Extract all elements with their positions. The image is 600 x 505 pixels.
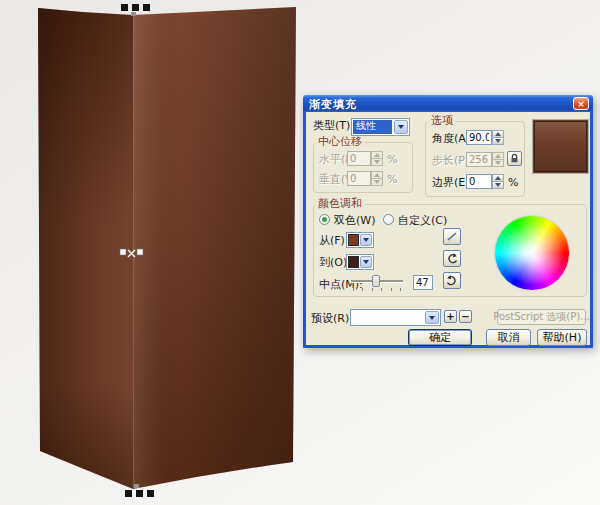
to-color-swatch (348, 256, 359, 268)
two-color-label: 双色(W) (334, 215, 375, 227)
chevron-down-icon[interactable] (360, 256, 372, 268)
chevron-down-icon[interactable] (360, 234, 372, 246)
selection-handle[interactable] (136, 490, 143, 497)
presets-dropdown[interactable] (350, 309, 441, 326)
center-offset-group-title: 中心位移 (315, 136, 365, 148)
color-blend-group-title: 颜色调和 (315, 198, 365, 210)
cancel-button[interactable]: 取消 (486, 329, 531, 346)
spinner-up-icon[interactable] (492, 152, 504, 160)
edge-unit: % (508, 177, 518, 189)
add-preset-button[interactable]: + (444, 310, 457, 323)
angle-input[interactable] (466, 130, 492, 145)
dialog-titlebar[interactable]: 渐变填充 × (303, 95, 593, 112)
presets-dropdown-value (352, 311, 423, 324)
spinner-up-icon[interactable] (371, 171, 383, 179)
spinner-down-icon[interactable] (371, 159, 383, 166)
spinner-up-icon[interactable] (492, 130, 504, 138)
selection-handle[interactable] (137, 249, 143, 255)
steps-lock-button[interactable] (507, 151, 522, 166)
lock-icon (509, 153, 520, 164)
angle-spinner[interactable] (492, 130, 504, 145)
app-canvas: 渐变填充 × 类型(T): 线性 中心位移 水平(I): % 垂直(V): % … (0, 0, 600, 505)
slider-ticks (353, 288, 401, 291)
midpoint-slider[interactable] (351, 275, 403, 291)
from-label: 从(F): (319, 235, 349, 247)
two-color-radio[interactable] (319, 214, 330, 225)
selection-handle[interactable] (121, 4, 128, 11)
clockwise-arrow-icon (445, 274, 459, 287)
edge-spinner[interactable] (492, 174, 504, 189)
direct-path-icon (445, 230, 459, 243)
gradient-preview (532, 119, 589, 174)
box-right-face-shading (133, 7, 296, 489)
selection-handle[interactable] (120, 249, 126, 255)
spinner-up-icon[interactable] (492, 174, 504, 182)
clockwise-path-button[interactable] (443, 272, 461, 289)
color-wheel[interactable] (495, 216, 569, 290)
close-icon[interactable]: × (573, 97, 589, 110)
options-group-title: 选项 (428, 115, 456, 127)
spinner-up-icon[interactable] (371, 151, 383, 159)
steps-spinner[interactable] (492, 152, 504, 167)
vertical-input[interactable] (347, 171, 371, 186)
spinner-down-icon[interactable] (492, 160, 504, 167)
steps-input[interactable] (466, 152, 492, 167)
postscript-options-button[interactable]: PostScript 选项(P)... (497, 309, 586, 325)
horizontal-spinner[interactable] (371, 151, 383, 166)
counterclockwise-path-button[interactable] (443, 250, 461, 267)
box-left-face-shading (38, 8, 133, 489)
type-dropdown-value: 线性 (353, 120, 392, 134)
type-dropdown[interactable]: 线性 (351, 118, 410, 136)
horizontal-input[interactable] (347, 151, 371, 166)
node-marker[interactable] (131, 12, 136, 16)
presets-label: 预设(R): (311, 313, 353, 325)
selection-handle[interactable] (132, 4, 139, 11)
help-button[interactable]: 帮助(H) (537, 329, 587, 346)
custom-radio[interactable] (383, 214, 394, 225)
radio-dot (322, 217, 327, 222)
direct-path-button[interactable] (443, 228, 461, 245)
slider-thumb[interactable] (372, 275, 380, 287)
spinner-down-icon[interactable] (371, 179, 383, 186)
midpoint-input[interactable] (413, 275, 433, 290)
edge-input[interactable] (466, 174, 492, 189)
vertical-spinner[interactable] (371, 171, 383, 186)
horizontal-unit: % (387, 154, 397, 166)
selection-handle[interactable] (143, 4, 150, 11)
chevron-down-icon[interactable] (425, 311, 439, 324)
ok-button[interactable]: 确定 (408, 329, 472, 346)
spinner-down-icon[interactable] (492, 182, 504, 189)
counterclockwise-arrow-icon (445, 252, 459, 265)
spinner-down-icon[interactable] (492, 138, 504, 145)
selection-handle[interactable] (125, 490, 132, 497)
chevron-down-icon[interactable] (394, 120, 408, 134)
gradient-fill-dialog: 渐变填充 × 类型(T): 线性 中心位移 水平(I): % 垂直(V): % … (303, 95, 593, 348)
selection-handle[interactable] (147, 490, 154, 497)
vertical-unit: % (387, 174, 397, 186)
dialog-title: 渐变填充 (309, 97, 357, 112)
from-color-swatch (348, 234, 359, 246)
custom-label: 自定义(C) (398, 215, 447, 227)
from-color-dropdown[interactable] (346, 232, 374, 248)
type-label: 类型(T): (313, 120, 354, 132)
remove-preset-button[interactable]: − (459, 310, 472, 323)
to-color-dropdown[interactable] (346, 254, 374, 270)
node-marker[interactable] (134, 484, 139, 488)
gradient-preview-shading (534, 121, 587, 172)
